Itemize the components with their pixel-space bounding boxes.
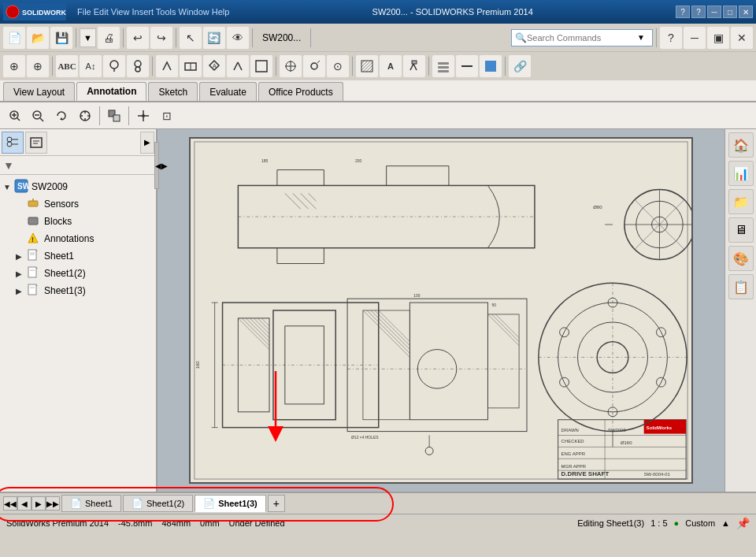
- search-dropdown-icon[interactable]: ▼: [637, 33, 645, 42]
- sheet1-3-icon: [27, 284, 43, 299]
- search-input[interactable]: [527, 33, 637, 43]
- minimize-window-button[interactable]: ─: [707, 6, 721, 18]
- sheet1-3-tab[interactable]: 📄 Sheet1(3): [195, 495, 266, 512]
- note-button[interactable]: ABC: [56, 55, 78, 77]
- tab-annotation[interactable]: Annotation: [76, 82, 146, 101]
- scale-info: 1 : 5: [650, 518, 667, 528]
- y-coord: 484mm: [161, 518, 191, 528]
- tab-office-products[interactable]: Office Products: [258, 82, 343, 101]
- title-bar-controls[interactable]: ? ? ─ □ ✕: [676, 6, 753, 18]
- balloon-button[interactable]: [103, 55, 125, 77]
- window-minimize[interactable]: ─: [684, 27, 706, 49]
- restore-button[interactable]: □: [723, 6, 737, 18]
- close-button[interactable]: ✕: [739, 6, 753, 18]
- root-expand-icon[interactable]: ▼: [3, 183, 14, 191]
- minimize-button[interactable]: ?: [676, 6, 690, 18]
- sheet1-tab[interactable]: 📄 Sheet1: [61, 495, 121, 512]
- hole-callout-button[interactable]: [303, 55, 325, 77]
- chart-sidebar-button[interactable]: 📊: [728, 161, 754, 186]
- file-sidebar-button[interactable]: 📋: [728, 274, 754, 299]
- sheet1-2-tab[interactable]: 📄 Sheet1(2): [123, 495, 193, 512]
- view-orientation-button[interactable]: [132, 105, 154, 127]
- weld-button[interactable]: [227, 55, 249, 77]
- zoom-to-fit-button[interactable]: [3, 105, 25, 127]
- first-sheet-button[interactable]: ◀◀: [3, 496, 17, 511]
- more-panels-button[interactable]: ▶: [140, 132, 154, 154]
- linked-notes-button[interactable]: 🔗: [509, 55, 531, 77]
- line-format-button[interactable]: [456, 55, 478, 77]
- rebuild-button[interactable]: 🔄: [203, 27, 225, 49]
- solidworks-logo: SOLIDWORKS: [3, 3, 66, 20]
- sheet1-3-expand[interactable]: ▶: [16, 287, 27, 295]
- folder-sidebar-button[interactable]: 📁: [728, 189, 754, 214]
- svg-line-17: [317, 61, 320, 63]
- add-sheet-button[interactable]: +: [268, 495, 285, 512]
- stacked-balloon-button[interactable]: [127, 55, 149, 77]
- color-sidebar-button[interactable]: 🎨: [728, 246, 754, 271]
- block-button[interactable]: [250, 55, 272, 77]
- tree-item-blocks[interactable]: Blocks: [3, 213, 153, 230]
- sheet1-3-label: Sheet1(3): [44, 285, 86, 296]
- layer-button[interactable]: [432, 55, 454, 77]
- help-button[interactable]: ?: [691, 6, 706, 18]
- svg-text:SW-0004-01: SW-0004-01: [644, 472, 671, 477]
- text-format-button[interactable]: A↕: [80, 55, 102, 77]
- x-coord: -45.8mm: [118, 518, 152, 528]
- tab-sketch[interactable]: Sketch: [148, 82, 198, 101]
- sheet1-2-expand[interactable]: ▶: [16, 269, 27, 278]
- tree-item-annotations[interactable]: ! Annotations: [3, 230, 153, 247]
- select-button[interactable]: ↖: [180, 27, 202, 49]
- geometric-tol-button[interactable]: [180, 55, 202, 77]
- redo-button[interactable]: ↪: [150, 27, 172, 49]
- window-close[interactable]: ✕: [731, 27, 753, 49]
- format-painter-button[interactable]: [403, 55, 425, 77]
- print-button[interactable]: 🖨: [98, 27, 120, 49]
- window-restore[interactable]: ▣: [707, 27, 729, 49]
- sheet1-expand[interactable]: ▶: [16, 252, 27, 261]
- search-box[interactable]: 🔍 ▼: [511, 29, 653, 46]
- sheet1-tab-label: Sheet1: [85, 499, 113, 508]
- section-view-button[interactable]: ⊡: [156, 105, 178, 127]
- text-button[interactable]: A: [380, 55, 402, 77]
- pan-button[interactable]: [74, 105, 96, 127]
- model-items-button[interactable]: ⊕: [27, 55, 49, 77]
- help-button-tb[interactable]: ?: [660, 27, 682, 49]
- area-hatch-button[interactable]: [356, 55, 378, 77]
- toolbar-row2: ⊕ ⊕ ABC A↕ A ⊙ A: [0, 52, 756, 80]
- save-button[interactable]: 💾: [50, 27, 72, 49]
- view-options[interactable]: 👁: [227, 27, 249, 49]
- datum-target-button[interactable]: ⊙: [327, 55, 349, 77]
- rotate-view-button[interactable]: [50, 105, 72, 127]
- main-area: ▶ ▼ ▼ SW SW2009 Sensors: [0, 129, 756, 492]
- svg-rect-25: [485, 61, 496, 72]
- next-sheet-button[interactable]: ▶: [32, 496, 46, 511]
- tree-item-sensors[interactable]: Sensors: [3, 195, 153, 213]
- last-sheet-button[interactable]: ▶▶: [46, 496, 60, 511]
- feature-tree-tab[interactable]: [2, 132, 24, 154]
- new-button[interactable]: 📄: [3, 27, 25, 49]
- tab-view-layout[interactable]: View Layout: [3, 82, 75, 101]
- file-dropdown[interactable]: ▼: [80, 28, 96, 47]
- color-button[interactable]: [480, 55, 502, 77]
- surface-finish-button[interactable]: [156, 55, 178, 77]
- zoom-in-button[interactable]: [27, 105, 49, 127]
- prev-sheet-button[interactable]: ◀: [17, 496, 32, 511]
- property-tab[interactable]: [25, 132, 47, 154]
- home-sidebar-button[interactable]: 🏠: [728, 132, 754, 158]
- smart-dimension-button[interactable]: ⊕: [3, 55, 25, 77]
- display-style-button[interactable]: [103, 105, 125, 127]
- tree-root[interactable]: ▼ SW SW2009: [3, 178, 153, 195]
- sheet1-3-tab-icon: 📄: [203, 498, 215, 509]
- svg-rect-62: [28, 267, 36, 277]
- undo-button[interactable]: ↩: [127, 27, 149, 49]
- display-sidebar-button[interactable]: 🖥: [728, 217, 754, 243]
- datum-button[interactable]: A: [203, 55, 225, 77]
- open-button[interactable]: 📂: [27, 27, 49, 49]
- tree-item-sheet1-2[interactable]: ▶ Sheet1(2): [3, 265, 153, 282]
- center-mark-button[interactable]: [280, 55, 302, 77]
- panel-resize-handle[interactable]: ◀▶: [154, 142, 159, 189]
- svg-marker-33: [60, 117, 63, 120]
- tree-item-sheet1-3[interactable]: ▶ Sheet1(3): [3, 282, 153, 299]
- tree-item-sheet1[interactable]: ▶ Sheet1: [3, 247, 153, 265]
- tab-evaluate[interactable]: Evaluate: [199, 82, 257, 101]
